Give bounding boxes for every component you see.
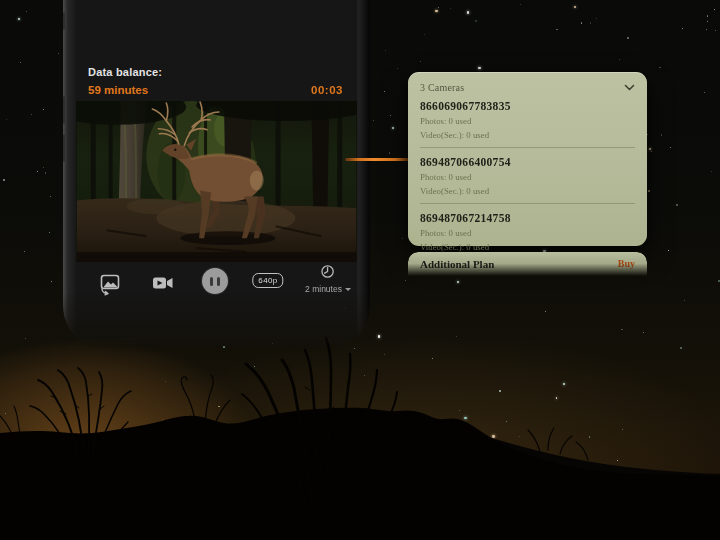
star [435, 10, 437, 12]
star [457, 281, 459, 283]
phone-side-button [62, 12, 65, 30]
star [556, 29, 557, 30]
camera-id: 869487067214758 [420, 212, 635, 225]
buy-button[interactable]: Buy [618, 258, 635, 269]
star [718, 280, 720, 282]
star [43, 167, 44, 168]
duration-selector[interactable]: 2 minutes [305, 264, 351, 294]
phone-mockup: Data balance: 59 minutes 00:03 [63, 0, 370, 352]
star [51, 281, 52, 282]
star [704, 92, 705, 93]
star [385, 50, 386, 51]
star [661, 134, 662, 135]
star [478, 67, 481, 70]
ocotillo-mid-stalks [0, 375, 230, 434]
star [20, 62, 21, 63]
star [707, 15, 709, 17]
additional-plan-row[interactable]: Additional Plan Buy [408, 252, 647, 278]
star [450, 8, 451, 9]
star [58, 53, 59, 54]
star [670, 147, 671, 148]
camera-video-used: Video(Sec.): 0 used [420, 186, 635, 197]
photo-mode-icon [98, 272, 122, 296]
live-stream-view [76, 101, 357, 262]
cameras-panel-header[interactable]: 3 Cameras [420, 81, 635, 94]
deer-forest-image [76, 101, 357, 262]
star [397, 68, 398, 69]
camera-list-item[interactable]: 866069067783835 Photos: 0 used Video(Sec… [420, 100, 635, 141]
star [467, 11, 470, 14]
star [43, 109, 44, 110]
additional-plan-label: Additional Plan [420, 258, 494, 270]
data-balance-value: 59 minutes [88, 84, 162, 96]
cameras-panel-title: 3 Cameras [420, 82, 464, 93]
star [596, 18, 597, 19]
stream-timer: 00:03 [311, 84, 343, 96]
video-mode-icon [151, 275, 175, 291]
star [405, 280, 406, 281]
star [706, 29, 707, 30]
star [18, 18, 20, 20]
camera-divider [420, 203, 635, 204]
star [659, 67, 660, 68]
star [619, 59, 620, 60]
star [574, 6, 576, 8]
phone-volume-up-button [62, 96, 65, 124]
duration-label: 2 minutes [305, 284, 351, 294]
camera-controls-bar: 640p 2 minutes [76, 270, 357, 310]
star [31, 114, 32, 115]
callout-connector-line [345, 158, 410, 161]
star [647, 134, 648, 135]
duration-text: 2 minutes [305, 284, 342, 294]
star [392, 127, 394, 129]
star [37, 171, 38, 172]
star [581, 22, 583, 24]
camera-divider [420, 147, 635, 148]
chevron-down-icon[interactable] [624, 84, 635, 91]
star [545, 311, 546, 312]
star [438, 7, 439, 8]
star [676, 204, 678, 206]
camera-video-used: Video(Sec.): 0 used [420, 130, 635, 141]
star [26, 11, 27, 12]
star [402, 238, 403, 239]
star [707, 21, 708, 22]
star [648, 190, 649, 191]
star [520, 4, 521, 5]
pause-button[interactable] [202, 268, 228, 294]
clock-icon [320, 264, 335, 279]
data-balance-label: Data balance: [88, 66, 162, 79]
camera-app-screen: Data balance: 59 minutes 00:03 [76, 0, 357, 344]
star [649, 148, 651, 150]
star [49, 232, 50, 233]
star [420, 61, 421, 62]
chevron-down-icon [345, 288, 351, 291]
camera-photos-used: Photos: 0 used [420, 172, 635, 183]
star [627, 37, 628, 38]
cameras-panel: 3 Cameras 866069067783835 Photos: 0 used… [408, 72, 647, 246]
camera-list-item[interactable]: 869487067214758 Photos: 0 used Video(Sec… [420, 212, 635, 253]
camera-id: 866069067783835 [420, 100, 635, 113]
resolution-selector[interactable]: 640p [252, 273, 283, 288]
photo-mode-button[interactable] [98, 272, 122, 300]
star [682, 28, 683, 29]
star [684, 300, 685, 301]
star [668, 250, 669, 251]
star [475, 20, 477, 22]
data-balance-block: Data balance: 59 minutes [88, 66, 162, 96]
video-mode-button[interactable] [151, 275, 175, 295]
pause-icon [210, 277, 213, 286]
camera-photos-used: Photos: 0 used [420, 228, 635, 239]
star [3, 179, 5, 181]
star [651, 151, 652, 152]
camera-id: 869487066400754 [420, 156, 635, 169]
camera-list-item[interactable]: 869487066400754 Photos: 0 used Video(Sec… [420, 156, 635, 197]
scene: Data balance: 59 minutes 00:03 [0, 0, 720, 540]
star [424, 34, 425, 35]
star [24, 251, 25, 252]
star [590, 22, 591, 23]
star [390, 115, 391, 116]
desert-silhouette [0, 330, 720, 540]
phone-volume-down-button [62, 134, 65, 162]
star [45, 172, 47, 174]
